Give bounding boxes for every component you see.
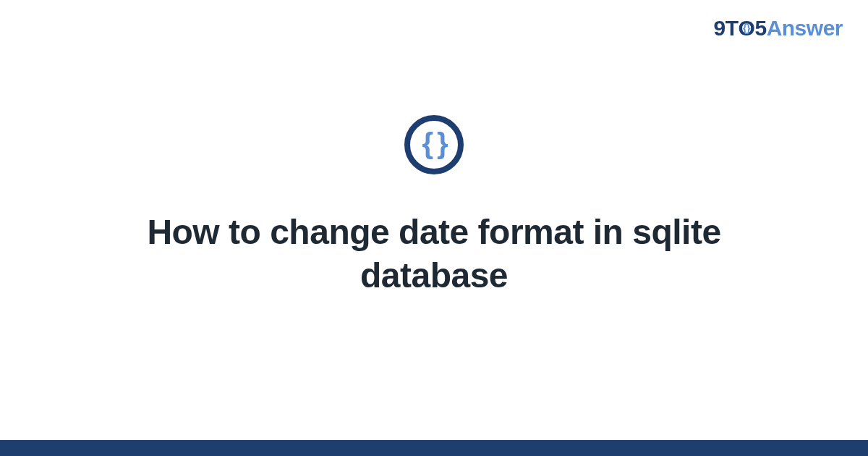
topic-icon-wrap: { }	[404, 115, 464, 174]
braces-glyph: { }	[422, 129, 446, 158]
main-content: { } How to change date format in sqlite …	[0, 0, 868, 456]
braces-icon: { }	[404, 115, 464, 174]
footer-bar	[0, 440, 868, 456]
page-title: How to change date format in sqlite data…	[109, 211, 760, 297]
